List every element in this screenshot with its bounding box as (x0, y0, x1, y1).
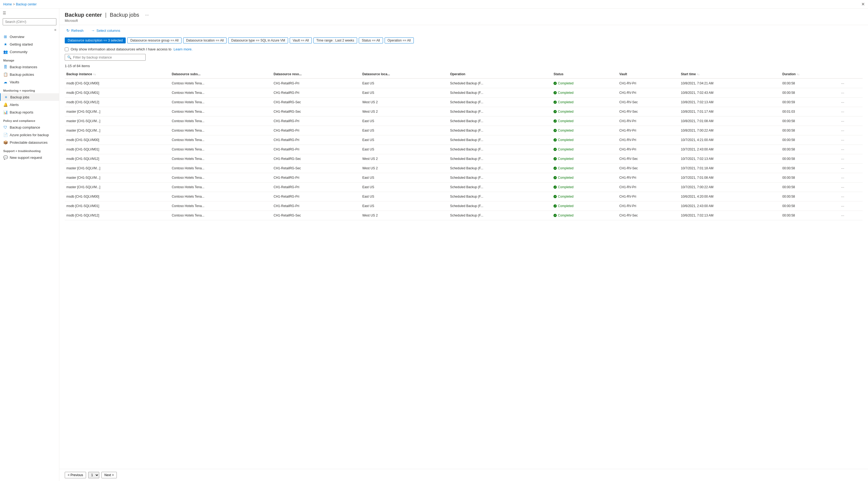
refresh-button[interactable]: ↻ Refresh (65, 27, 85, 34)
sidebar-item-getting_started[interactable]: ★Getting started (0, 40, 59, 48)
next-page-button[interactable]: Next > (101, 472, 117, 478)
sidebar-item-vaults[interactable]: ☁Vaults (0, 78, 59, 86)
filter-chip-vault[interactable]: Vault == All (290, 37, 312, 43)
filter-chip-time_range[interactable]: Time range : Last 2 weeks (313, 37, 357, 43)
row-more-button[interactable]: ··· (840, 194, 845, 199)
row-more-button[interactable]: ··· (840, 99, 845, 105)
collapse-sidebar-button[interactable]: « (54, 28, 56, 32)
filter-input[interactable] (73, 55, 143, 59)
cell-duration: 00:00:58 (781, 154, 839, 164)
search-input[interactable] (3, 18, 56, 25)
cell-duration: 00:00:59 (781, 98, 839, 107)
col-header-operation: Operation (448, 70, 552, 78)
table-row[interactable]: master [CH1-SQLVM...]Contoso Hotels Tena… (65, 107, 863, 117)
status-dot (554, 195, 557, 198)
table-row[interactable]: msdb [CH1-SQLVM12]Contoso Hotels Tena...… (65, 211, 863, 220)
database-icon: 🗄 (3, 65, 7, 69)
sidebar-item-backup_jobs[interactable]: ≡Backup jobs (0, 93, 59, 101)
table-row[interactable]: msdb [CH1-SQLVM00]Contoso Hotels Tena...… (65, 78, 863, 88)
sidebar-item-label-backup_instances: Backup instances (10, 65, 37, 69)
row-more-button[interactable]: ··· (840, 213, 845, 218)
col-header-backup_instance[interactable]: Backup instance ↑↓ (65, 70, 170, 78)
refresh-icon: ↻ (66, 28, 70, 33)
table-row[interactable]: msdb [CH1-SQLVM12]Contoso Hotels Tena...… (65, 154, 863, 164)
pagination: < Previous 1 Next > (59, 469, 868, 481)
grid-icon: ⊞ (3, 34, 7, 39)
col-header-start_time[interactable]: Start time ↑↓ (679, 70, 781, 78)
cell-datasource_subs: Contoso Hotels Tena... (170, 107, 272, 117)
sidebar-item-azure_policies[interactable]: 📄Azure policies for backup (0, 131, 59, 138)
alert-icon: 🔔 (3, 102, 7, 107)
row-more-button[interactable]: ··· (840, 175, 845, 181)
prev-page-button[interactable]: < Previous (65, 472, 86, 478)
cell-status: Completed (552, 98, 618, 107)
table-row[interactable]: master [CH1-SQLVM...]Contoso Hotels Tena… (65, 126, 863, 135)
table-row[interactable]: msdb [CH1-SQLVM01]Contoso Hotels Tena...… (65, 88, 863, 98)
cell-datasource_reso: CH1-RetailRG-Sec (272, 211, 361, 220)
sidebar-item-community[interactable]: 👥Community (0, 48, 59, 56)
cell-duration: 00:00:58 (781, 183, 839, 192)
row-more-button[interactable]: ··· (840, 128, 845, 133)
sidebar-item-overview[interactable]: ⊞Overview (0, 33, 59, 40)
page-select[interactable]: 1 (88, 472, 99, 478)
toolbar: ↻ Refresh → Select columns (59, 25, 868, 36)
filter-chip-datasource_type[interactable]: Datasource type == SQL in Azure VM (228, 37, 288, 43)
sidebar-item-protectable_datasources[interactable]: 📦Protectable datasources (0, 138, 59, 146)
select-columns-button[interactable]: → Select columns (90, 27, 122, 34)
sidebar-item-backup_instances[interactable]: 🗄Backup instances (0, 63, 59, 71)
row-more-button[interactable]: ··· (840, 185, 845, 190)
cell-start_time: 10/6/2021, 4:20:00 AM (679, 192, 781, 201)
row-more-button[interactable]: ··· (840, 203, 845, 209)
breadcrumb-home[interactable]: Home (3, 2, 12, 6)
row-more-button[interactable]: ··· (840, 137, 845, 142)
cell-vault: CH1-RV-Pri (618, 145, 679, 154)
table-row[interactable]: msdb [CH1-SQLVM00]Contoso Hotels Tena...… (65, 135, 863, 145)
breadcrumb-section[interactable]: Backup center (16, 2, 37, 6)
table-row[interactable]: msdb [CH1-SQLVM01]Contoso Hotels Tena...… (65, 201, 863, 211)
filter-chip-operation[interactable]: Operation == All (385, 37, 414, 43)
table-row[interactable]: master [CH1-SQLVM...]Contoso Hotels Tena… (65, 164, 863, 173)
table-row[interactable]: master [CH1-SQLVM...]Contoso Hotels Tena… (65, 117, 863, 126)
sidebar-item-label-getting_started: Getting started (10, 42, 33, 46)
sidebar-item-label-community: Community (10, 50, 28, 54)
close-button[interactable]: ✕ (861, 2, 865, 7)
row-more-button[interactable]: ··· (840, 90, 845, 95)
cell-operation: Scheduled Backup (F... (448, 98, 552, 107)
col-header-duration[interactable]: Duration ↑↓ (781, 70, 839, 78)
table-row[interactable]: msdb [CH1-SQLVM00]Contoso Hotels Tena...… (65, 192, 863, 201)
row-more-button[interactable]: ··· (840, 156, 845, 161)
cell-datasource_loca: East US (361, 135, 448, 145)
filter-chip-status[interactable]: Status == All (359, 37, 383, 43)
filter-chip-datasource_location[interactable]: Datasource location == All (183, 37, 226, 43)
row-more-button[interactable]: ··· (840, 118, 845, 124)
row-more-button[interactable]: ··· (840, 147, 845, 152)
status-dot (554, 120, 557, 123)
cell-start_time: 10/7/2021, 2:43:00 AM (679, 145, 781, 154)
cell-start_time: 10/6/2021, 2:43:00 AM (679, 201, 781, 211)
cell-start_time: 10/8/2021, 7:04:21 AM (679, 78, 781, 88)
cell-status: Completed (552, 173, 618, 183)
reports-icon: 📊 (3, 110, 7, 114)
access-checkbox[interactable] (65, 47, 68, 51)
sidebar-item-backup_reports[interactable]: 📊Backup reports (0, 108, 59, 116)
table-row[interactable]: master [CH1-SQLVM...]Contoso Hotels Tena… (65, 173, 863, 183)
cell-operation: Scheduled Backup (F... (448, 126, 552, 135)
row-more-button[interactable]: ··· (840, 165, 845, 171)
table-row[interactable]: msdb [CH1-SQLVM12]Contoso Hotels Tena...… (65, 98, 863, 107)
row-more-button[interactable]: ··· (840, 109, 845, 114)
row-more-button[interactable]: ··· (840, 81, 845, 86)
table-row[interactable]: master [CH1-SQLVM...]Contoso Hotels Tena… (65, 183, 863, 192)
cell-vault: CH1-RV-Pri (618, 183, 679, 192)
cell-start_time: 10/8/2021, 7:01:17 AM (679, 107, 781, 117)
sidebar-item-backup_policies[interactable]: 📋Backup policies (0, 71, 59, 78)
cell-datasource_subs: Contoso Hotels Tena... (170, 154, 272, 164)
status-dot (554, 204, 557, 207)
sidebar-item-backup_compliance[interactable]: 🛡Backup compliance (0, 124, 59, 131)
more-options-button[interactable]: ··· (144, 12, 150, 18)
filter-chip-datasource_subscription[interactable]: Datasource subscription == 3 selected (65, 37, 126, 43)
learn-more-link[interactable]: Learn more. (174, 47, 193, 51)
sidebar-item-alerts[interactable]: 🔔Alerts (0, 101, 59, 108)
sidebar-item-new_support_request[interactable]: 💬New support request (0, 154, 59, 161)
filter-chip-datasource_resource_group[interactable]: Datasource resource group == All (127, 37, 182, 43)
table-row[interactable]: msdb [CH1-SQLVM01]Contoso Hotels Tena...… (65, 145, 863, 154)
